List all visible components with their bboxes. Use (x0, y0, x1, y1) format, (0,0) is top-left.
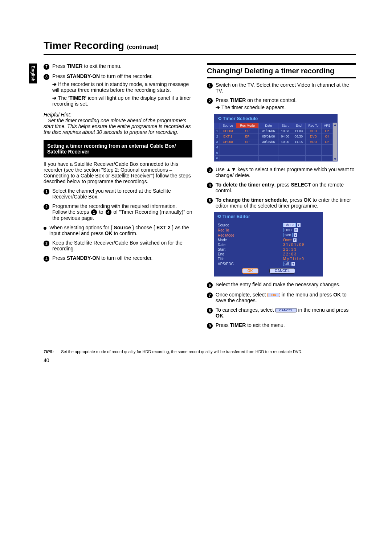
text: , press (274, 182, 291, 188)
r-step-6: 6 Select the entry field and make the ne… (207, 282, 356, 288)
editor-row: Date3 1 / 0 1 / 0 5 (218, 243, 319, 247)
right-column: Changing/ Deleting a timer recording 1 S… (207, 63, 356, 332)
step-badge: 2 (44, 204, 49, 210)
ext-step-1: 1 Select the channel you want to record … (44, 188, 192, 200)
text: , press (287, 197, 304, 203)
step-badge-8: 8 (44, 74, 49, 80)
cell: SP (236, 128, 258, 134)
editor-label: VPS/PDC (218, 262, 283, 266)
text-bold: OK (216, 313, 223, 319)
th (215, 123, 220, 128)
note-text: The timer schedule appears. (221, 105, 286, 110)
th: Start (278, 123, 292, 128)
scroll-down-icon: ▼ (333, 157, 337, 161)
editor-value: Off▼ (283, 262, 319, 266)
text: When selecting options for { (49, 225, 114, 230)
r-step-2: 2 Press TIMER on the remote control. ➔ T… (207, 97, 356, 110)
text-bold: OK (303, 197, 311, 203)
scroll-up-icon: ▲ (333, 123, 337, 127)
arrow-icon: ➔ (52, 95, 58, 101)
r-step-7: 7 Once complete, select OK in the menu a… (207, 292, 356, 303)
text-bold: STANDBY-ON (67, 73, 100, 79)
text: Press (216, 322, 230, 328)
th: End (292, 123, 305, 128)
cell: SP (236, 139, 258, 145)
text: to exit the menu. (82, 63, 121, 69)
schedule-title: Timer Schedule (215, 114, 337, 123)
step-badge: 3 (44, 241, 49, 246)
text: When selecting options for { Source } ch… (49, 225, 192, 236)
th: Source (220, 123, 236, 128)
cell: 3 (215, 139, 220, 145)
editor-value: SPP▼ (283, 233, 319, 237)
step-badge: 6 (207, 282, 213, 288)
table-row: 5 (215, 150, 333, 156)
left-column: 7 Press TIMER to exit the menu. 8 Press … (44, 63, 192, 332)
divider (207, 77, 356, 78)
cell: On (322, 128, 333, 134)
ext-step-3: 3 Keep the Satellite Receiver/Cable Box … (44, 240, 192, 251)
cancel-button-inline: CANCEL (275, 308, 297, 312)
ref-badge-4: 4 (106, 209, 111, 215)
cell: EP (236, 134, 258, 139)
step-badge: 5 (207, 198, 213, 204)
timer-schedule-panel: Timer Schedule Source Rec Mode Date Star… (214, 114, 338, 161)
step-8: 8 Press STANDBY-ON to turn off the recor… (44, 73, 192, 107)
editor-ok-button: OK (242, 268, 258, 274)
editor-label: Date (218, 243, 283, 247)
tips-label: TIPS: (44, 349, 54, 354)
text-bold: STANDBY-ON (67, 255, 100, 261)
editor-value: Ch003▼ (283, 223, 319, 227)
ok-button-inline: OK (267, 293, 280, 297)
editor-row: Rec ToHDD▼ (218, 228, 319, 232)
text-bold: OK (333, 292, 341, 298)
table-row: 3CH008SP30/03/0610.0011.15HDDOn (215, 139, 333, 145)
step-badge: 4 (44, 256, 49, 262)
text: Switch on the TV. Select the correct Vid… (216, 82, 356, 94)
step-badge: 8 (207, 308, 213, 314)
dropdown-icon: ▼ (294, 228, 298, 232)
cell: 6 (215, 156, 220, 161)
cell: 06:30 (292, 134, 305, 139)
editor-row: Rec ModeSPP▼ (218, 233, 319, 237)
divider (207, 63, 356, 65)
text-bold: TIMER (230, 322, 246, 328)
value-box: Off (283, 262, 290, 266)
r-step-1: 1 Switch on the TV. Select the correct V… (207, 82, 356, 94)
editor-row: End2 2 : 0 3 (218, 252, 319, 256)
ref-badge-1: 1 (91, 209, 97, 215)
r-step-5: 5 To change the timer schedule, press OK… (207, 197, 356, 209)
text: Press (216, 97, 230, 103)
cell: 05/01/06 (259, 134, 278, 139)
text: Press (52, 63, 67, 69)
scrollbar: ▲▼ (333, 123, 337, 161)
text-bold: To delete the timer entry (216, 182, 274, 188)
text-bold: SELECT (291, 182, 311, 188)
text: to (99, 209, 105, 215)
page-number: 40 (44, 357, 356, 363)
cell: On (322, 139, 333, 145)
editor-row: TitleM y T i t l e 0 (218, 257, 319, 261)
text: Press (52, 73, 67, 79)
editor-row: VPS/PDCOff▼ (218, 262, 319, 266)
table-row: 2EXT 1EP05/01/0604.0006:30DVDOff (215, 134, 333, 139)
editor-row: ModeOnce▼ (218, 238, 319, 242)
cell: 30/03/06 (259, 139, 278, 145)
dropdown-icon: ▼ (293, 238, 297, 242)
ext-step-2-bullet: When selecting options for { Source } ch… (44, 225, 192, 236)
dropdown-icon: ▼ (294, 233, 297, 237)
text: in the menu and press (280, 292, 333, 298)
step-7: 7 Press TIMER to exit the menu. (44, 63, 192, 70)
table-row: 4 (215, 145, 333, 150)
tips-text: Set the appropriate mode of record quali… (61, 349, 302, 354)
bullet-icon (44, 227, 46, 230)
step-badge: 4 (207, 183, 213, 188)
editor-value: M y T i t l e 0 (283, 257, 319, 261)
text-bold: 'TIMER' (68, 95, 86, 101)
editor-label: Source (218, 223, 283, 227)
th: Rec To (305, 123, 321, 128)
section-heading-box: Setting a timer recording from an extern… (44, 140, 192, 157)
tips-footer: TIPS: Set the appropriate mode of record… (44, 347, 356, 354)
th: VPS (322, 123, 333, 128)
text-bold: Source (114, 225, 131, 230)
